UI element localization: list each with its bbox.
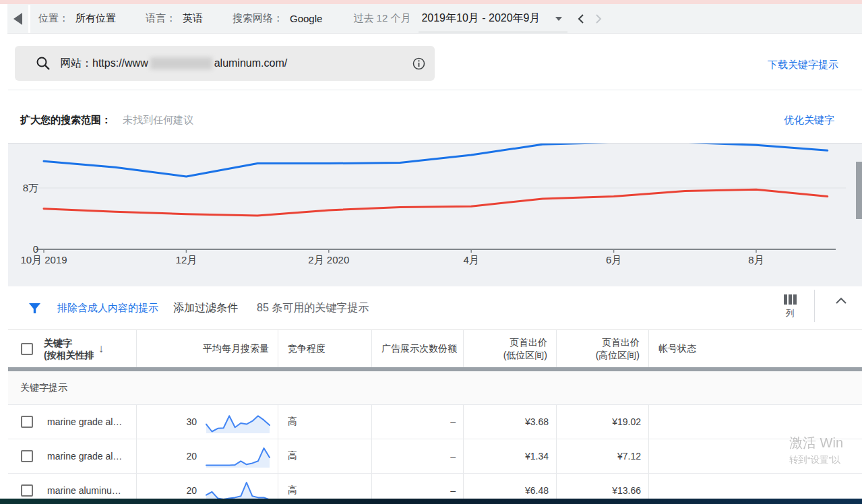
add-filter-button[interactable]: 添加过滤条件 (173, 301, 238, 315)
sort-descending-icon[interactable]: ↓ (98, 342, 104, 356)
bid-low-cell: ¥1.34 (464, 439, 557, 473)
header-keyword-line2: (按相关性排 (44, 350, 94, 360)
keyword-text: marine aluminu… (47, 485, 121, 496)
header-top-bid-low-text: 页首出价(低位区间) (503, 336, 547, 362)
keyword-ideas-table: 关键字 (按相关性排 ↓ 平均每月搜索量 竞争程度 广告展示次数份额 页首出价(… (8, 330, 862, 504)
columns-icon (784, 294, 797, 305)
language-value[interactable]: 英语 (183, 12, 203, 25)
competition-cell: 高 (278, 439, 372, 473)
collapse-table-button[interactable] (835, 297, 847, 305)
volume-sparkline (205, 444, 271, 468)
row-checkbox[interactable] (21, 416, 33, 428)
account-status-cell (649, 405, 862, 439)
keyword-text: marine grade al… (47, 451, 122, 462)
competition-cell: 高 (278, 405, 372, 439)
volume-value: 20 (186, 451, 197, 462)
search-volume-chart: 8万010月 201912月2月 20204月6月8月 (8, 144, 862, 286)
seed-url-chip[interactable]: 网站：https://wwwaluminum.com/ (15, 46, 435, 81)
back-arrow-icon (13, 13, 22, 25)
seed-panel: 网站：https://wwwaluminum.com/ 下载关键字提示 扩大您的… (8, 34, 862, 144)
volume-value: 20 (186, 485, 197, 496)
table-row[interactable]: marine grade al… 20 高 – ¥1.34 ¥7.12 (8, 439, 862, 474)
svg-text:6月: 6月 (606, 254, 621, 265)
header-keyword-cell[interactable]: 关键字 (按相关性排 ↓ (8, 330, 137, 367)
row-checkbox[interactable] (21, 450, 33, 462)
language-setting[interactable]: 语言： 英语 (146, 12, 203, 25)
chevron-right-icon (594, 13, 603, 24)
download-keyword-ideas-link[interactable]: 下载关键字提示 (768, 59, 838, 71)
svg-text:0: 0 (33, 243, 38, 255)
table-row[interactable]: marine grade al… 30 高 – ¥3.68 ¥19.02 (8, 405, 862, 439)
date-range-selector[interactable]: 2019年10月 - 2020年9月 (419, 5, 567, 32)
volume-sparkline (205, 410, 271, 434)
settings-topbar: 位置： 所有位置 语言： 英语 搜索网络： Google 过去 12 个月 20… (7, 4, 862, 34)
chevron-down-icon (555, 17, 562, 21)
toolbar-divider (814, 290, 815, 322)
filter-funnel-icon (28, 303, 41, 314)
seed-url-prefix: 网站：https://www (60, 57, 148, 71)
table-header-row: 关键字 (按相关性排 ↓ 平均每月搜索量 竞争程度 广告展示次数份额 页首出价(… (8, 330, 862, 367)
broaden-label: 扩大您的搜索范围： (20, 114, 111, 127)
volume-value: 30 (186, 416, 197, 427)
back-button[interactable] (7, 5, 30, 33)
location-value[interactable]: 所有位置 (75, 12, 116, 25)
keyword-cell: marine grade al… (8, 405, 137, 439)
svg-text:12月: 12月 (176, 254, 197, 265)
row-checkbox[interactable] (21, 484, 33, 497)
network-label: 搜索网络： (233, 12, 283, 25)
ad-share-cell: – (372, 439, 464, 473)
header-account-status[interactable]: 帐号状态 (649, 330, 862, 367)
vertical-scrollbar-thumb[interactable] (856, 162, 862, 219)
table-section-row: 关键字提示 (8, 371, 862, 405)
header-keyword-label: 关键字 (按相关性排 (44, 337, 94, 361)
redacted-url-segment (150, 57, 212, 69)
header-ad-impression-share[interactable]: 广告展示次数份额 (372, 330, 464, 367)
bid-low-cell: ¥3.68 (464, 405, 557, 439)
bid-high-cell: ¥7.12 (557, 439, 649, 473)
select-all-checkbox[interactable] (21, 343, 33, 355)
keyword-cell: marine grade al… (8, 439, 137, 473)
line-chart: 8万010月 201912月2月 20204月6月8月 (8, 144, 862, 286)
svg-text:8万: 8万 (23, 182, 38, 193)
bid-high-cell: ¥19.02 (557, 405, 649, 439)
header-keyword-line1: 关键字 (44, 338, 72, 348)
svg-text:10月 2019: 10月 2019 (20, 254, 67, 265)
header-top-bid-low[interactable]: 页首出价(低位区间) (464, 330, 557, 367)
chevron-left-icon (577, 13, 585, 24)
section-label: 关键字提示 (20, 382, 67, 394)
broaden-status: 未找到任何建议 (123, 114, 193, 127)
ad-share-cell: – (372, 405, 464, 439)
volume-cell: 30 (137, 405, 278, 439)
prev-period-button[interactable] (577, 13, 585, 24)
svg-text:4月: 4月 (464, 254, 479, 265)
panel-divider (8, 90, 862, 90)
network-setting[interactable]: 搜索网络： Google (233, 12, 322, 25)
refine-keywords-link[interactable]: 优化关键字 (784, 114, 834, 127)
exclude-adult-ideas-link[interactable]: 排除含成人内容的提示 (57, 302, 158, 315)
search-icon (36, 56, 51, 71)
header-competition[interactable]: 竞争程度 (278, 330, 372, 367)
period-label: 过去 12 个月 (353, 12, 410, 25)
location-setting[interactable]: 位置： 所有位置 (38, 12, 116, 25)
seed-url-suffix: aluminum.com/ (214, 57, 287, 69)
volume-cell: 20 (137, 439, 278, 473)
location-label: 位置： (38, 12, 69, 25)
columns-button[interactable]: 列 (776, 292, 804, 319)
keyword-planner-screen: 位置： 所有位置 语言： 英语 搜索网络： Google 过去 12 个月 20… (0, 0, 862, 504)
next-period-button[interactable] (594, 13, 603, 24)
columns-label: 列 (786, 307, 795, 319)
available-ideas-count: 85 条可用的关键字提示 (257, 301, 369, 315)
info-icon[interactable] (412, 57, 425, 70)
account-status-cell (649, 439, 862, 473)
chevron-up-icon (835, 297, 847, 305)
bottom-edge-bar (0, 499, 862, 504)
svg-text:2月 2020: 2月 2020 (308, 254, 349, 265)
date-range-value[interactable]: 2019年10月 - 2020年9月 (421, 11, 540, 26)
header-avg-monthly-searches[interactable]: 平均每月搜索量 (137, 330, 278, 367)
language-label: 语言： (146, 12, 176, 25)
keyword-text: marine grade al… (47, 416, 122, 427)
header-top-bid-high-text: 页首出价(高位区间) (596, 336, 640, 362)
header-top-bid-high[interactable]: 页首出价(高位区间) (557, 330, 649, 367)
network-value[interactable]: Google (290, 13, 322, 24)
svg-text:8月: 8月 (748, 254, 764, 265)
